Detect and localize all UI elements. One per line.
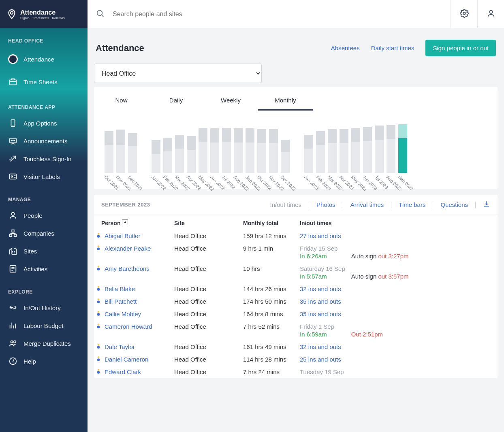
- sidebar-item-inout-history[interactable]: In/Out History: [0, 299, 88, 317]
- sidebar-item-help[interactable]: Help: [0, 352, 88, 370]
- total-cell: 7 hrs 24 mins: [240, 366, 297, 378]
- chart-bar[interactable]: Apr 2022: [186, 136, 196, 173]
- svg-point-37: [98, 356, 100, 358]
- sidebar-item-touchless[interactable]: Touchless Sign-In: [0, 150, 88, 168]
- tab-now[interactable]: Now: [94, 93, 149, 111]
- sidebar-item-label: Activities: [23, 266, 47, 272]
- inout-link[interactable]: 27 ins and outs: [300, 232, 341, 239]
- inout-times-filter[interactable]: In/out times: [270, 201, 302, 208]
- person-link[interactable]: Callie Mobley: [105, 311, 141, 317]
- person-link[interactable]: Daniel Cameron: [105, 356, 148, 363]
- svg-point-20: [489, 11, 492, 13]
- chart-bar[interactable]: Jan 2023: [303, 135, 314, 173]
- arrival-times-filter[interactable]: Arrival times: [350, 201, 384, 208]
- person-link[interactable]: Bill Patchett: [105, 298, 137, 305]
- account-button[interactable]: [477, 0, 504, 28]
- svg-point-6: [13, 140, 13, 141]
- chart-bar[interactable]: Mar 2022: [174, 135, 185, 173]
- download-icon[interactable]: [483, 200, 490, 209]
- search-input[interactable]: [113, 11, 442, 18]
- inout-cell: Friday 1 SepIn 6:59amOut 2:51pm: [297, 320, 498, 340]
- chart-bar[interactable]: Dec 2022: [280, 140, 290, 173]
- chart-bar[interactable]: Feb 2023: [315, 131, 326, 173]
- questions-filter[interactable]: Questions: [440, 201, 468, 208]
- svg-point-23: [98, 245, 100, 247]
- chart-bar[interactable]: Jul 2022: [221, 128, 232, 173]
- sidebar-item-labour-budget[interactable]: Labour Budget: [0, 317, 88, 334]
- chart-bar[interactable]: Nov 2022: [268, 129, 279, 173]
- tab-daily[interactable]: Daily: [149, 93, 203, 111]
- svg-point-5: [11, 140, 12, 141]
- sign-in-out-button[interactable]: Sign people in or out: [425, 40, 496, 56]
- chart-bar[interactable]: Apr 2023: [339, 129, 349, 173]
- col-total[interactable]: Monthly total: [240, 215, 297, 230]
- chart-bar[interactable]: Feb 2022: [162, 138, 173, 173]
- chart-bar[interactable]: Sep 2022: [245, 128, 255, 173]
- user-icon: [487, 9, 495, 19]
- chart-bar[interactable]: Sep 2023: [397, 124, 408, 173]
- chart-bar[interactable]: Jun 2023: [362, 127, 373, 173]
- brand-subtitle: SignIn · TimeSheets · RollCalls: [20, 16, 65, 20]
- auto-label: Auto sign: [351, 253, 378, 260]
- person-link[interactable]: Cameron Howard: [105, 323, 152, 330]
- chart-bar[interactable]: Nov 2021: [115, 130, 126, 173]
- photos-filter[interactable]: Photos: [316, 201, 335, 208]
- sidebar-item-label: People: [23, 212, 43, 219]
- person-link[interactable]: Amy Baretheons: [105, 265, 149, 272]
- chart-bar[interactable]: Mar 2023: [327, 129, 337, 173]
- chart-bar[interactable]: Jul 2023: [374, 126, 384, 173]
- location-pin-icon: [6, 9, 17, 19]
- sidebar-item-label: Sites: [23, 248, 37, 255]
- person-link[interactable]: Bella Blake: [105, 285, 135, 292]
- person-link[interactable]: Dale Taylor: [105, 343, 135, 350]
- col-inout[interactable]: In/out times: [297, 215, 498, 230]
- person-link[interactable]: Alexander Peake: [105, 245, 151, 252]
- sidebar-item-sites[interactable]: Sites: [0, 242, 88, 260]
- site-cell: Head Office: [171, 283, 240, 295]
- chart-bar[interactable]: Aug 2022: [233, 128, 243, 173]
- sidebar-item-announcements[interactable]: Announcements: [0, 132, 88, 150]
- svg-point-10: [11, 213, 14, 215]
- sites-icon: [8, 246, 18, 256]
- chart-bar[interactable]: May 2022: [198, 128, 208, 173]
- col-site[interactable]: Site: [171, 215, 240, 230]
- sidebar-item-label: Attendance: [23, 56, 54, 63]
- sidebar-item-people[interactable]: People: [0, 206, 88, 224]
- inout-link[interactable]: 35 ins and outs: [300, 298, 341, 305]
- app-options-icon: [8, 118, 18, 128]
- chart-bar[interactable]: May 2023: [350, 128, 361, 173]
- tab-monthly[interactable]: Monthly: [258, 93, 313, 111]
- sidebar-item-attendance[interactable]: Attendance: [0, 48, 88, 70]
- chart-bar[interactable]: Oct 2022: [256, 129, 267, 173]
- sidebar-item-timesheets[interactable]: Time Sheets: [0, 70, 88, 93]
- chart-bar[interactable]: Jan 2022: [151, 140, 161, 173]
- sidebar-item-app-options[interactable]: App Options: [0, 114, 88, 132]
- sidebar-item-companies[interactable]: Companies: [0, 224, 88, 242]
- sidebar-item-merge-dup[interactable]: Merge Duplicates: [0, 334, 88, 352]
- col-person[interactable]: Person: [101, 220, 120, 226]
- chart-bar[interactable]: Dec 2021: [127, 133, 138, 173]
- time-bars-filter[interactable]: Time bars: [399, 201, 425, 208]
- chart-bar[interactable]: Aug 2023: [386, 125, 396, 173]
- chart-bar[interactable]: Jun 2022: [209, 128, 220, 173]
- total-cell: 10 hrs: [240, 262, 297, 283]
- site-cell: Head Office: [171, 230, 240, 242]
- inout-link[interactable]: 35 ins and outs: [300, 311, 341, 317]
- inout-link[interactable]: 32 ins and outs: [300, 285, 341, 292]
- inout-link[interactable]: 32 ins and outs: [300, 343, 341, 350]
- tab-weekly[interactable]: Weekly: [203, 93, 258, 111]
- sidebar-item-label: Announcements: [23, 138, 67, 145]
- daily-start-times-link[interactable]: Daily start times: [371, 45, 414, 51]
- sidebar-item-visitor-labels[interactable]: Visitor Labels: [0, 168, 88, 185]
- person-link[interactable]: Abigail Butler: [105, 232, 140, 239]
- person-link[interactable]: Edward Clark: [105, 368, 141, 375]
- sidebar-item-label: Time Sheets: [23, 79, 58, 85]
- search-icon: [96, 9, 105, 19]
- settings-button[interactable]: [451, 0, 477, 28]
- inout-link[interactable]: 25 ins and outs: [300, 356, 341, 363]
- absentees-link[interactable]: Absentees: [331, 45, 360, 51]
- chart-bar[interactable]: Oct 2021: [104, 131, 114, 173]
- sidebar-item-activities[interactable]: Activities: [0, 260, 88, 278]
- avatar-icon: [96, 232, 101, 239]
- site-select[interactable]: Head Office: [94, 64, 262, 83]
